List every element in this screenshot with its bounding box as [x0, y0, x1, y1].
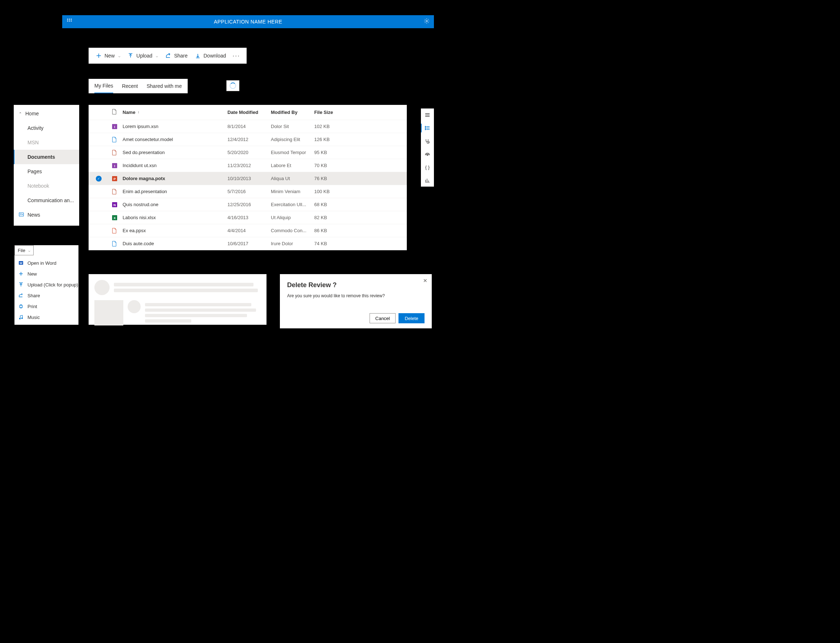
upload-button[interactable]: Upload ⌵	[124, 48, 161, 64]
command-bar: New ⌵ Upload ⌵ Share Download ···	[89, 48, 246, 64]
spinner-icon	[230, 82, 236, 89]
waffle-icon[interactable]	[67, 18, 72, 25]
rail-list[interactable]	[421, 121, 434, 134]
svg-point-3	[67, 21, 69, 22]
file-type-icon	[112, 228, 117, 233]
svg-rect-25	[20, 305, 23, 307]
col-by[interactable]: Modified By	[271, 109, 314, 115]
col-date[interactable]: Date Modified	[227, 109, 271, 115]
file-size: 74 KB	[314, 241, 358, 246]
svg-point-18	[425, 126, 426, 127]
download-button[interactable]: Download	[191, 48, 230, 64]
home-label: Home	[25, 111, 39, 116]
sidebar-item-activity[interactable]: Activity	[14, 121, 79, 135]
file-date: 10/6/2017	[227, 241, 271, 246]
cancel-button[interactable]: Cancel	[370, 313, 396, 323]
file-button[interactable]: File ⌵	[15, 245, 34, 255]
menu-share[interactable]: Share	[15, 290, 78, 301]
chevron-down-icon: ⌵	[156, 54, 158, 58]
share-button[interactable]: Share	[161, 48, 191, 64]
col-name[interactable]: Name	[122, 109, 135, 115]
file-date: 5/20/2020	[227, 150, 271, 155]
new-button[interactable]: New ⌵	[92, 48, 124, 64]
new-label: New	[104, 53, 115, 59]
table-row[interactable]: Amet consectetur.model 12/4/2012 Adipisc…	[89, 133, 407, 146]
share-icon	[165, 53, 171, 59]
shimmer-avatar	[128, 300, 141, 313]
sidebar-item-documents[interactable]: Documents	[14, 150, 79, 164]
music-icon	[18, 315, 24, 319]
file-name: Quis nostrud.one	[122, 202, 227, 207]
share-label: Share	[174, 53, 187, 59]
word-icon: W	[18, 260, 24, 266]
file-author: Eiusmod Tempor	[271, 150, 314, 155]
svg-text:P: P	[114, 177, 116, 181]
table-row[interactable]: I Lorem ipsum.xsn 8/1/2014 Dolor Sit 102…	[89, 120, 407, 133]
tab-recent[interactable]: Recent	[122, 79, 138, 93]
file-name: Duis aute.code	[122, 241, 227, 246]
table-row[interactable]: X Laboris nisi.xlsx 4/16/2013 Ut Aliquip…	[89, 211, 407, 224]
table-header: Name ↑ Date Modified Modified By File Si…	[89, 105, 407, 120]
menu-open-word[interactable]: WOpen in Word	[15, 258, 78, 268]
file-date: 12/25/2016	[227, 202, 271, 207]
svg-text:X: X	[114, 216, 116, 220]
rail-stethoscope[interactable]	[421, 134, 434, 148]
file-name: Amet consectetur.model	[122, 137, 227, 142]
file-author: Irure Dolor	[271, 241, 314, 246]
sidebar-item-msn[interactable]: MSN	[14, 135, 79, 150]
svg-point-5	[71, 21, 72, 22]
svg-point-22	[427, 155, 428, 155]
svg-text:W: W	[20, 261, 23, 265]
tab-shared[interactable]: Shared with me	[147, 79, 181, 93]
chevron-up-icon: ⌃	[19, 112, 22, 116]
download-label: Download	[204, 53, 226, 59]
file-name: Ex ea.ppsx	[122, 228, 227, 233]
dialog-title: Delete Review ?	[287, 281, 424, 289]
table-row[interactable]: I Incididunt ut.xsn 11/23/2012 Labore Et…	[89, 159, 407, 172]
more-button[interactable]: ···	[230, 52, 243, 60]
file-author: Adipiscing Elit	[271, 137, 314, 142]
svg-point-26	[20, 318, 21, 319]
file-name: Enim ad.presentation	[122, 189, 227, 194]
sidebar-item-news[interactable]: News	[14, 207, 79, 222]
table-row[interactable]: Ex ea.ppsx 4/4/2014 Commodo Con... 86 KB	[89, 224, 407, 237]
shimmer-avatar	[95, 280, 109, 295]
delete-dialog: ✕ Delete Review ? Are you sure you would…	[280, 274, 432, 328]
tab-my-files[interactable]: My Files	[95, 79, 113, 93]
delete-button[interactable]: Delete	[398, 313, 424, 323]
settings-icon[interactable]	[424, 18, 430, 25]
file-author: Dolor Sit	[271, 124, 314, 129]
svg-point-4	[69, 21, 70, 22]
rail-chart[interactable]	[421, 174, 434, 187]
file-author: Aliqua Ut	[271, 176, 314, 181]
menu-print[interactable]: Print	[15, 301, 78, 312]
upload-icon	[128, 53, 134, 59]
file-date: 4/4/2014	[227, 228, 271, 233]
table-row[interactable]: Duis aute.code 10/6/2017 Irure Dolor 74 …	[89, 237, 407, 250]
sidebar-item-communication[interactable]: Communication an...	[14, 193, 79, 207]
rail-radar[interactable]	[421, 148, 434, 161]
file-icon	[112, 109, 122, 116]
rail-hamburger[interactable]	[421, 108, 434, 121]
table-row[interactable]: ✓ P Dolore magna.potx 10/10/2013 Aliqua …	[89, 172, 407, 185]
close-icon[interactable]: ✕	[423, 278, 427, 284]
menu-new[interactable]: New	[15, 268, 78, 279]
file-date: 11/23/2012	[227, 163, 271, 168]
table-row[interactable]: Enim ad.presentation 5/7/2016 Minim Veni…	[89, 185, 407, 198]
file-menu: File ⌵ WOpen in Word New Upload (Click f…	[15, 245, 78, 325]
svg-text:N: N	[114, 203, 116, 207]
open-word-label: Open in Word	[28, 260, 56, 266]
col-size[interactable]: File Size	[314, 109, 358, 115]
chevron-down-icon: ⌵	[28, 248, 30, 253]
menu-upload[interactable]: Upload (Click for popup)	[15, 279, 78, 290]
sidebar-item-pages[interactable]: Pages	[14, 164, 79, 179]
rail-braces[interactable]: { }	[421, 161, 434, 174]
table-row[interactable]: N Quis nostrud.one 12/25/2016 Exercitati…	[89, 198, 407, 211]
table-row[interactable]: Sed do.presentation 5/20/2020 Eiusmod Te…	[89, 146, 407, 159]
sidebar-item-notebook[interactable]: Notebook	[14, 179, 79, 193]
menu-music[interactable]: Music	[15, 312, 78, 323]
svg-point-27	[22, 318, 23, 319]
shimmer-line	[145, 303, 251, 306]
print-label: Print	[28, 304, 37, 309]
sidebar-item-home[interactable]: ⌃ Home	[14, 106, 79, 121]
